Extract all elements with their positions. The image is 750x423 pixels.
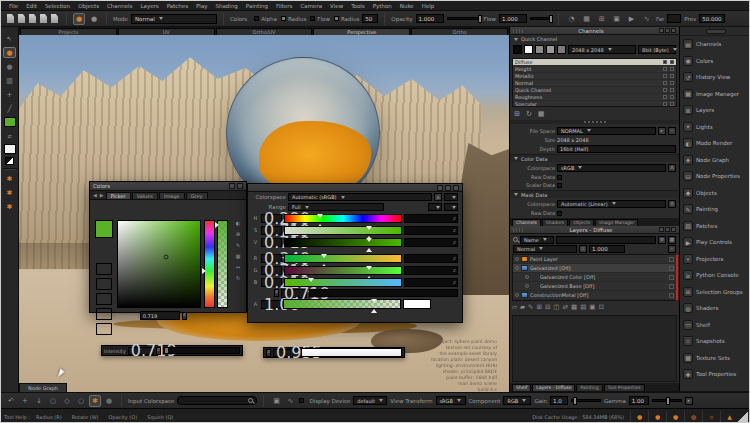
white-gradient-bar[interactable]	[301, 348, 402, 357]
ellipse-tool-icon[interactable]: ○	[75, 395, 87, 407]
option-button[interactable]: A	[668, 200, 676, 208]
grid-icon[interactable]: ▦	[538, 110, 545, 118]
scalar-data-checkbox[interactable]	[557, 183, 562, 188]
hue-strip[interactable]	[204, 220, 215, 308]
channel-depth-dropdown[interactable]: 8bit (Byte)	[638, 45, 676, 54]
prev-field[interactable]: 50.000	[699, 14, 725, 23]
viewport-tab[interactable]: Ortho/UV	[216, 28, 313, 35]
menu-item[interactable]: Edit	[22, 3, 41, 9]
tabs-left-arrow[interactable]: ◀	[92, 192, 98, 199]
Quick Channel[interactable]: Quick Channel	[513, 87, 676, 94]
colorspace-dropdown[interactable]: Automatic (sRGB)	[288, 193, 432, 201]
gain-field[interactable]: 1.0	[550, 396, 568, 405]
menu-item[interactable]: View	[326, 3, 347, 9]
component-dropdown[interactable]: RGB	[503, 396, 531, 405]
dock-tab[interactable]: Shelf	[512, 384, 531, 391]
gain-slider[interactable]	[571, 399, 601, 402]
alpha-value-field[interactable]: 1.00	[261, 300, 281, 309]
flow-slider[interactable]	[530, 17, 552, 20]
palette-item[interactable]: ▦ Image Manager	[680, 86, 750, 103]
paint-tool[interactable]: ●	[3, 47, 16, 58]
colors-dialog-titlebar[interactable]: Colors	[90, 182, 246, 191]
slider-value-field[interactable]: 0.219	[261, 278, 282, 287]
layer-action-button[interactable]: ▱	[512, 303, 517, 311]
flow-field[interactable]: 1.000	[499, 14, 527, 23]
colorspace-option-button[interactable]: A	[434, 193, 442, 201]
toggle-checkbox[interactable]	[299, 398, 304, 403]
palette-header[interactable]	[680, 27, 750, 36]
palette-item[interactable]: ◉ Colors	[680, 53, 750, 70]
toolbar-checkbox[interactable]: Radius	[281, 16, 306, 22]
paint-blob-icon[interactable]: ✱	[89, 395, 101, 407]
viewport-tab[interactable]: UV	[118, 28, 215, 35]
refresh-icon[interactable]: ↻	[236, 275, 240, 281]
radius-field[interactable]: 50	[362, 14, 378, 23]
slider-value-field[interactable]: 0.719	[261, 238, 282, 247]
palette-item[interactable]: ▭ Shelf	[680, 317, 750, 334]
detach-icon[interactable]	[229, 183, 235, 189]
divider[interactable]	[3, 168, 17, 170]
quick-channel-row[interactable]: Quick Channel	[510, 35, 679, 43]
channel-toggle[interactable]	[670, 102, 674, 106]
gray-swatch[interactable]	[535, 45, 544, 54]
channel-toggle[interactable]	[663, 81, 667, 85]
menu-item[interactable]: Filters	[272, 3, 297, 9]
opacity-field[interactable]: 1.000	[416, 14, 444, 23]
toolbar-checkbox[interactable]: Flow	[310, 16, 330, 22]
wave-icon[interactable]: ∿	[640, 15, 653, 23]
menu-item[interactable]: Camera	[296, 3, 326, 9]
slider-numeric-area[interactable]: ⇵	[404, 214, 458, 223]
grid-icon[interactable]: ▦	[580, 15, 593, 23]
palette-item[interactable]: ☀ Lights	[680, 119, 750, 136]
mode-dropdown[interactable]: Normal	[131, 14, 217, 24]
palette-item[interactable]: ▶ Play Controls	[680, 234, 750, 251]
slider-numeric-area[interactable]: ⇵	[404, 278, 458, 287]
color-data-section[interactable]: Color Data	[510, 154, 679, 162]
gray-swatch[interactable]	[96, 278, 112, 290]
lock-icon[interactable]: ⚿	[579, 245, 587, 253]
move-icon[interactable]: +	[19, 395, 31, 407]
slider-bar[interactable]	[284, 238, 402, 247]
Galvanized [Off][interactable]: Galvanized [Off]	[513, 264, 676, 273]
save-project-icon[interactable]	[29, 14, 36, 23]
arrows-icon[interactable]: ↔	[236, 264, 240, 270]
white-value-field[interactable]: 0.955	[273, 349, 299, 357]
menu-item[interactable]: Shading	[212, 3, 242, 9]
open-project-icon[interactable]	[18, 14, 25, 23]
drop-icon[interactable]: ↓	[33, 395, 45, 407]
dock-tab[interactable]: Tool Properties	[604, 384, 645, 391]
curve-icon[interactable]: ∿	[284, 395, 296, 407]
tabs-right-arrow[interactable]: ▶	[99, 192, 105, 199]
viewport-tab[interactable]: Projects	[20, 28, 117, 35]
channel-toggle[interactable]	[670, 95, 674, 99]
raw-data-checkbox[interactable]	[557, 175, 562, 180]
layer-mask-toggle[interactable]	[669, 293, 674, 298]
spinner-icon[interactable]: ⇵	[266, 349, 271, 357]
palette-item[interactable]: ⌗ Snapshots	[680, 333, 750, 350]
menu-item[interactable]: Play	[192, 3, 211, 9]
gray-swatch[interactable]	[96, 308, 112, 320]
dock-tab[interactable]: Objects	[569, 219, 594, 226]
channels-panel-header[interactable]: Channels	[510, 27, 679, 35]
menu-item[interactable]: Channels	[103, 3, 136, 9]
new-project-icon[interactable]	[7, 14, 14, 23]
swatch-grid-icon[interactable]: ▦	[236, 253, 241, 259]
display-device-dropdown[interactable]: default	[353, 396, 387, 405]
option-button[interactable]: A	[668, 164, 676, 172]
gray-swatch[interactable]	[96, 293, 112, 305]
input-colorspace-search[interactable]	[177, 396, 257, 405]
palette-item[interactable]: ⊞ Selection Groups	[680, 284, 750, 301]
option-button[interactable]: −	[668, 127, 676, 135]
swap-colors-button[interactable]: ⇄	[3, 130, 16, 141]
paint-tool-button[interactable]: ●	[73, 13, 85, 25]
menu-item[interactable]: Layers	[136, 3, 162, 9]
layer-mask-toggle[interactable]	[669, 266, 674, 271]
visibility-toggle[interactable]	[515, 257, 519, 261]
bw-reset-swatch[interactable]	[5, 157, 14, 165]
menu-item[interactable]: Objects	[74, 3, 103, 9]
slider-numeric-area[interactable]: ⇵	[404, 238, 458, 247]
view-transform-dropdown[interactable]: sRGB	[436, 396, 466, 405]
close-icon[interactable]	[453, 185, 459, 191]
value-track[interactable]	[309, 289, 458, 297]
import-icon[interactable]	[40, 14, 47, 23]
